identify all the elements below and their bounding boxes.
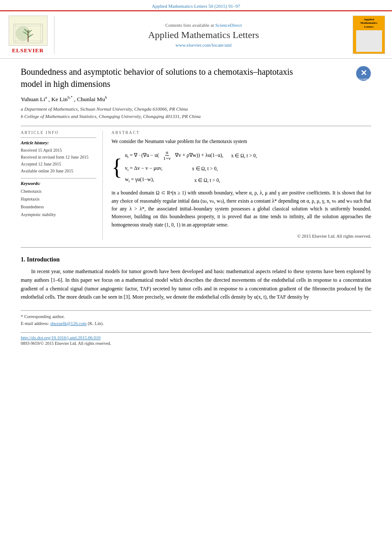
journal-cover: AppliedMathematicsLetters: [353, 16, 385, 54]
doi-section: http://dx.doi.org/10.1016/j.aml.2015.06.…: [21, 332, 371, 346]
available-online-date: Available online 20 June 2015: [21, 168, 96, 175]
keywords-heading: Keywords:: [21, 181, 96, 186]
main-content: Boundedness and asymptotic behavior of s…: [0, 59, 392, 353]
email-address[interactable]: shuxuelk@126.com: [50, 321, 86, 326]
abstract-intro: We consider the Neumann value problem fo…: [112, 137, 371, 145]
cover-title: AppliedMathematicsLetters: [360, 18, 377, 29]
keyword-asymptotic: Asymptotic stability: [21, 211, 96, 219]
keywords-box: Keywords: Chemotaxis Haptotaxis Boundedn…: [21, 178, 96, 219]
sciencedirect-line: Contents lists available at ScienceDirec…: [165, 22, 242, 28]
affiliation-2: b College of Mathematics and Statistics,…: [21, 113, 371, 121]
doi-link[interactable]: http://dx.doi.org/10.1016/j.aml.2015.06.…: [21, 335, 100, 340]
introduction-section: 1. Introduction In recent year, some mat…: [21, 256, 371, 302]
intro-paragraph-1: In recent year, some mathematical models…: [21, 268, 371, 302]
curly-brace: {: [112, 156, 122, 178]
keywords-list: Chemotaxis Haptotaxis Boundedness Asympt…: [21, 188, 96, 219]
section-title: 1. Introduction: [21, 256, 371, 263]
author2-sup: b,*: [68, 95, 73, 99]
eq-line-3: wt = γu(1−w), x ∈ Ω, t > 0,: [125, 175, 257, 185]
top-header: Applied Mathematics Letters 50 (2015) 91…: [0, 0, 392, 10]
svg-text:✕: ✕: [360, 69, 367, 77]
footnote-corresponding: * Corresponding author.: [21, 313, 371, 320]
right-column: ABSTRACT We consider the Neumann value p…: [112, 131, 371, 240]
article-history-heading: Article history:: [21, 140, 96, 145]
left-column: ARTICLE INFO Article history: Received 1…: [21, 131, 103, 240]
author1-sup: a: [45, 95, 47, 99]
author3-name: , Chunlai Mu: [74, 96, 105, 102]
abstract-text: We consider the Neumann value problem fo…: [112, 137, 371, 240]
journal-citation: Applied Mathematics Letters 50 (2015) 91…: [152, 3, 240, 9]
abstract-copyright: © 2015 Elsevier Ltd. All rights reserved…: [112, 233, 371, 240]
equation-system: { ut = ∇ · (∇u − u( α 1+v ∇v + ρ∇w)) + λ…: [112, 150, 371, 185]
svg-text:CrossMark: CrossMark: [359, 78, 369, 80]
elsevier-logo: ELSEVIER: [7, 16, 54, 54]
footnote-section: * Corresponding author. E-mail address: …: [21, 310, 371, 327]
elsevier-brand-text: ELSEVIER: [12, 47, 44, 54]
article-info-label: ARTICLE INFO: [21, 131, 96, 135]
received-date: Received 15 April 2015: [21, 147, 96, 154]
eq-line-2: vt = Δv − v − μuv, x ∈ Ω, t > 0,: [125, 164, 257, 173]
article-history-box: Article history: Received 15 April 2015 …: [21, 137, 96, 175]
two-col-section: ARTICLE INFO Article history: Received 1…: [21, 131, 371, 240]
sciencedirect-link[interactable]: ScienceDirect: [215, 22, 242, 28]
footnote-email: E-mail address: shuxuelk@126.com (K. Lin…: [21, 320, 371, 327]
abstract-body: in a bounded domain Ω ⊂ Rⁿ(n ≥ 1) with s…: [112, 189, 371, 229]
author3-sup: b: [105, 95, 107, 99]
keyword-boundedness: Boundedness: [21, 203, 96, 211]
cover-thumbnail: [356, 30, 382, 52]
separator-top: [21, 126, 371, 126]
title-row: Boundedness and asymptotic behavior of s…: [21, 66, 371, 95]
fraction-1: α 1+v: [163, 150, 172, 161]
keyword-chemotaxis: Chemotaxis: [21, 188, 96, 195]
math-equations: ut = ∇ · (∇u − u( α 1+v ∇v + ρ∇w)) + λu(…: [125, 150, 257, 185]
authors-line: Yuhuan Lia , Ke Linb,* , Chunlai Mub: [21, 95, 371, 103]
accepted-date: Accepted 12 June 2015: [21, 161, 96, 168]
email-suffix: (K. Lin).: [88, 321, 104, 326]
revised-date: Received in revised form 12 June 2015: [21, 154, 96, 161]
journal-url: www.elsevier.com/locate/aml: [175, 42, 232, 48]
journal-title-header: Applied Mathematics Letters: [148, 29, 259, 41]
crossmark-logo: ✕ CrossMark: [356, 66, 371, 81]
author1-name: Yuhuan Li: [21, 96, 45, 102]
paper-title: Boundedness and asymptotic behavior of s…: [21, 66, 306, 90]
author2-name: , Ke Lin: [48, 96, 68, 102]
affiliation-1: a Department of Mathematics, Sichuan Nor…: [21, 105, 371, 113]
abstract-label: ABSTRACT: [112, 131, 371, 135]
doi-copyright: 0893-9659/© 2015 Elsevier Ltd. All right…: [21, 341, 371, 346]
journal-header: ELSEVIER Contents lists available at Sci…: [0, 10, 392, 59]
keyword-haptotaxis: Haptotaxis: [21, 195, 96, 203]
separator-mid: [21, 247, 371, 248]
article-info-text: Received 15 April 2015 Received in revis…: [21, 147, 96, 175]
journal-center: Contents lists available at ScienceDirec…: [60, 16, 347, 54]
affiliations: a Department of Mathematics, Sichuan Nor…: [21, 105, 371, 121]
email-label: E-mail address:: [21, 321, 50, 326]
eq-line-1: ut = ∇ · (∇u − u( α 1+v ∇v + ρ∇w)) + λu(…: [125, 150, 257, 161]
logo-image: [9, 16, 48, 46]
